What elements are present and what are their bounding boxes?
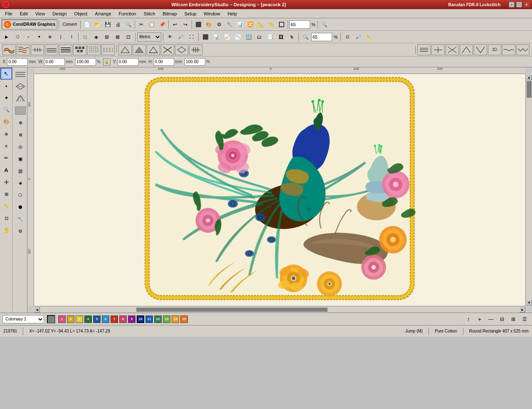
- extra-btn-1[interactable]: ⬛: [200, 32, 210, 42]
- tb-btn-3[interactable]: ⚙: [214, 20, 224, 30]
- colorway-select[interactable]: Colorway 1: [2, 315, 44, 323]
- tool-col2-8[interactable]: ▣: [14, 153, 27, 165]
- menu-stitch[interactable]: Stitch: [140, 10, 159, 17]
- stitch-pattern-9[interactable]: [118, 44, 132, 55]
- palette-btn-5[interactable]: ⊞: [508, 314, 518, 324]
- undo-button[interactable]: ↩: [170, 20, 180, 30]
- zoom-tool[interactable]: 🔍: [0, 104, 12, 116]
- scroll-thumb-h[interactable]: [136, 308, 328, 312]
- tb-btn-7[interactable]: 📐: [256, 20, 266, 30]
- paste-button[interactable]: 📌: [157, 20, 167, 30]
- vertical-scrollbar[interactable]: ▲ ▼: [525, 74, 532, 306]
- tb-btn-9[interactable]: 🔲: [276, 20, 286, 30]
- measure-tool[interactable]: 📏: [0, 200, 12, 212]
- color-swatch-11[interactable]: 11: [145, 315, 153, 323]
- menu-help[interactable]: Help: [224, 10, 240, 17]
- pan-tool[interactable]: ✋: [0, 224, 12, 236]
- redo-button[interactable]: ↪: [180, 20, 190, 30]
- shape-tool-2[interactable]: ⬡: [12, 32, 22, 42]
- tool-col2-12[interactable]: ⬢: [14, 201, 27, 213]
- tool-col2-14[interactable]: ⚙: [14, 225, 27, 237]
- stitch-pattern-8[interactable]: [101, 44, 115, 55]
- convert-button[interactable]: Convert: [60, 20, 79, 29]
- palette-btn-1[interactable]: ↑: [463, 314, 473, 324]
- tool-col2-11[interactable]: ⬡: [14, 189, 27, 201]
- color-swatch-10[interactable]: 10: [137, 315, 144, 323]
- zoom-in-button[interactable]: 🔍: [319, 20, 329, 30]
- extra-btn-7[interactable]: 📑: [265, 32, 275, 42]
- right-stitch-2[interactable]: [431, 44, 445, 55]
- minimize-button[interactable]: –: [509, 2, 515, 7]
- fill-type-3[interactable]: [14, 93, 27, 104]
- extra-btn-5[interactable]: 🔢: [244, 32, 254, 42]
- extra-btn-9[interactable]: 🖱: [287, 32, 297, 42]
- digitize-tool[interactable]: ✏: [0, 152, 12, 164]
- stitch-pattern-6[interactable]: [73, 44, 86, 55]
- palette-btn-3[interactable]: —: [486, 314, 496, 324]
- snap-tool[interactable]: ⊞: [0, 188, 12, 200]
- extra-btn-8[interactable]: 🖼: [276, 32, 286, 42]
- scroll-track-h[interactable]: [41, 308, 519, 312]
- right-stitch-1[interactable]: [417, 44, 431, 55]
- stitch-pattern-7[interactable]: [87, 44, 101, 55]
- scroll-left-button[interactable]: ◄: [34, 307, 40, 313]
- color-swatch-2[interactable]: 2: [67, 315, 74, 323]
- stitch-pattern-14[interactable]: [189, 44, 202, 55]
- view-btn-1[interactable]: 👁: [165, 32, 175, 42]
- fill-type-2[interactable]: [14, 81, 27, 92]
- extra-btn-6[interactable]: 🗂: [254, 32, 264, 42]
- right-stitch-5[interactable]: [474, 44, 487, 55]
- menu-view[interactable]: View: [32, 10, 49, 17]
- search-button[interactable]: 🔍: [123, 20, 133, 30]
- print-button[interactable]: 🖨: [113, 20, 123, 30]
- shape-tool-8[interactable]: □: [80, 32, 90, 42]
- view-btn-2[interactable]: 🔎: [176, 32, 186, 42]
- zoom-input[interactable]: 65: [289, 20, 310, 29]
- copy-button[interactable]: 📋: [147, 20, 157, 30]
- color-swatch-13[interactable]: 13: [163, 315, 170, 323]
- color-swatch-3[interactable]: 3: [76, 315, 83, 323]
- stitch-pattern-2[interactable]: [17, 44, 30, 55]
- lock-button[interactable]: 🔒: [103, 58, 111, 66]
- tb-btn-8[interactable]: 📏: [266, 20, 276, 30]
- canvas-area[interactable]: -200 -100 0 100 200 100 0 -100 ▲ ▼ ◄: [27, 67, 532, 313]
- scroll-down-button[interactable]: ▼: [526, 300, 532, 306]
- open-button[interactable]: 📂: [92, 20, 102, 30]
- y-input[interactable]: 0.00: [118, 58, 138, 66]
- shape-tool-7[interactable]: ⌇: [66, 32, 76, 42]
- cut-button[interactable]: ✂: [136, 20, 146, 30]
- color-swatch-5[interactable]: 5: [93, 315, 101, 323]
- tool-col2-10[interactable]: ◈: [14, 177, 27, 189]
- stitch-pattern-4[interactable]: [45, 44, 58, 55]
- stitch-pattern-13[interactable]: [175, 44, 188, 55]
- color-swatch-7[interactable]: 7: [111, 315, 118, 323]
- tool-col2-6[interactable]: ⊗: [14, 129, 27, 140]
- tb-btn-4[interactable]: 🔧: [224, 20, 234, 30]
- close-button[interactable]: ×: [524, 2, 530, 7]
- save-button[interactable]: 💾: [103, 20, 113, 30]
- tb-btn-6[interactable]: 🔀: [245, 20, 255, 30]
- w-input[interactable]: 0.00: [44, 58, 65, 66]
- horizontal-scrollbar[interactable]: ◄ ►: [34, 306, 525, 313]
- zoom2-out[interactable]: 🔎: [353, 32, 363, 42]
- extra-btn-3[interactable]: 📈: [222, 32, 232, 42]
- palette-btn-4[interactable]: ⊟: [497, 314, 507, 324]
- palette-btn-6[interactable]: ☰: [520, 314, 530, 324]
- tb-btn-5[interactable]: 📊: [235, 20, 245, 30]
- zoom2-in[interactable]: 🔍: [300, 32, 310, 42]
- right-stitch-8[interactable]: [516, 44, 530, 55]
- tool-col2-13[interactable]: 🔧: [14, 213, 27, 225]
- tb-btn-1[interactable]: ⬛: [193, 20, 203, 30]
- tool-col2-5[interactable]: ⊕: [14, 117, 27, 128]
- maximize-button[interactable]: □: [516, 2, 522, 7]
- zoom2-input[interactable]: 65: [311, 33, 332, 41]
- extra-btn-2[interactable]: 📊: [211, 32, 221, 42]
- node-tool[interactable]: ⬧: [0, 80, 12, 91]
- stitch-pattern-12[interactable]: [161, 44, 174, 55]
- tool-col2-4[interactable]: [14, 105, 27, 116]
- menu-window[interactable]: Window: [200, 10, 223, 17]
- scale-w-input[interactable]: 100.00: [75, 58, 96, 66]
- menu-bitmap[interactable]: Bitmap: [159, 10, 180, 17]
- scroll-right-button[interactable]: ►: [520, 307, 525, 313]
- scroll-thumb-v[interactable]: [527, 81, 532, 98]
